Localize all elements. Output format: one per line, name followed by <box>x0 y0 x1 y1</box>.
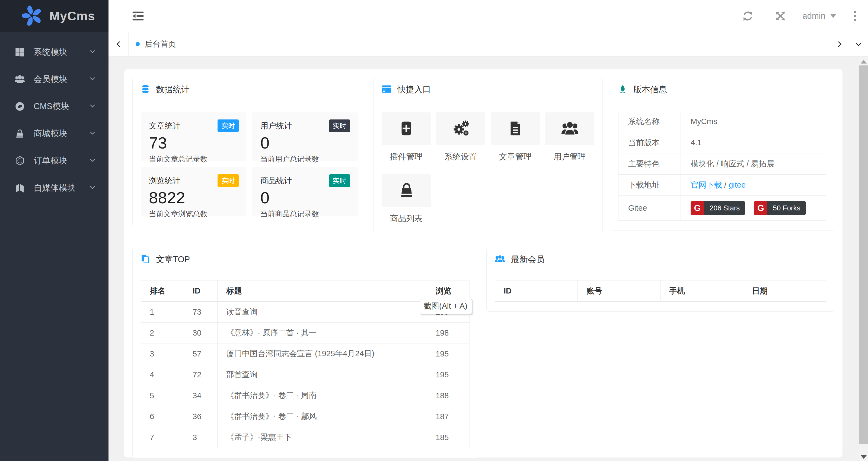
sidebar-item-orders[interactable]: 订单模块 <box>0 147 108 174</box>
gitee-link[interactable]: gitee <box>728 180 746 189</box>
sidebar-item-mall[interactable]: 商城模块 <box>0 120 108 147</box>
sidebar-item-members[interactable]: 会员模块 <box>0 66 108 93</box>
copy-file-icon <box>141 254 150 265</box>
hexagon-icon <box>13 156 26 166</box>
gitee-logo-icon: G <box>691 201 704 215</box>
cell-title: 厦门中国台湾同志会宣言 (1925年4月24日) <box>218 343 427 364</box>
link-separator: / <box>722 180 728 189</box>
table-row: 当前版本 4.1 <box>618 132 826 153</box>
top-articles-card: 文章TOP 排名 ID 标题 浏览 <box>132 248 478 458</box>
tab-label: 后台首页 <box>145 39 176 50</box>
app-logo: MyCms <box>0 0 108 32</box>
sidebar-item-system[interactable]: 系统模块 <box>0 38 108 66</box>
version-label: 主要特色 <box>618 153 681 175</box>
table-row: 下载地址 官网下载 / gitee <box>618 175 826 196</box>
quick-item-plugins[interactable]: 插件管理 <box>382 112 431 162</box>
cell-id: 3 <box>184 427 218 448</box>
chevron-down-icon <box>88 48 97 57</box>
gitee-logo-icon: G <box>754 201 767 215</box>
cell-views: 185 <box>427 427 470 448</box>
tabs-scroll-left-button[interactable] <box>108 32 129 56</box>
version-value: 模块化 / 响应式 / 易拓展 <box>681 153 826 175</box>
tab-home[interactable]: 后台首页 <box>129 32 183 56</box>
quick-item-label: 用户管理 <box>545 151 594 162</box>
scrollbar-down-arrow[interactable] <box>859 455 868 459</box>
cell-views: 195 <box>427 364 470 385</box>
realtime-badge: 实时 <box>329 119 350 132</box>
document-icon <box>507 120 524 138</box>
pinwheel-logo-icon <box>22 5 42 27</box>
quick-item-label: 系统设置 <box>436 151 485 162</box>
topbar: admin <box>108 0 868 32</box>
quick-item-articles[interactable]: 文章管理 <box>491 112 540 162</box>
gitee-forks-badge[interactable]: G 50 Forks <box>754 201 806 215</box>
col-rank: 排名 <box>141 281 184 301</box>
quick-item-label: 插件管理 <box>382 151 431 162</box>
table-row: Gitee G 206 Stars G 50 Forks <box>618 196 826 221</box>
main-area: admin 后台首页 <box>108 0 868 461</box>
sidebar-item-label: CMS模块 <box>34 101 88 112</box>
version-value: 4.1 <box>681 132 826 153</box>
version-table: 系统名称 MyCms 当前版本 4.1 主要特色 模块化 / 响应式 / 易拓展 <box>618 111 826 221</box>
version-label: 下载地址 <box>618 175 681 196</box>
cell-id: 72 <box>184 364 218 385</box>
active-tab-dot <box>135 42 140 46</box>
sidebar-item-cms[interactable]: CMS模块 <box>0 93 108 120</box>
users-icon <box>13 75 26 84</box>
stat-value: 0 <box>260 135 350 151</box>
sidebar-item-label: 会员模块 <box>34 74 88 85</box>
tabbar: 后台首页 <box>108 32 868 56</box>
user-menu[interactable]: admin <box>803 11 836 21</box>
table-row: 5 34 《群书治要》· 卷三 · 周南 188 <box>141 385 470 406</box>
tabbar-spacer <box>183 32 830 56</box>
cell-id: 73 <box>184 301 218 322</box>
table-header-row: ID 账号 手机 日期 <box>495 281 826 301</box>
scrollbar-thumb[interactable] <box>859 65 868 444</box>
screenshot-tooltip: 截图(Alt + A) <box>420 299 472 314</box>
latest-members-card: 最新会员 ID 账号 手机 日期 <box>486 248 834 312</box>
shopping-bag-icon <box>398 182 415 200</box>
tabs-scroll-right-button[interactable] <box>830 32 849 56</box>
realtime-badge: 实时 <box>218 174 239 187</box>
cell-rank: 7 <box>141 427 184 448</box>
col-phone: 手机 <box>660 281 743 301</box>
tabs-menu-button[interactable] <box>849 32 868 56</box>
table-row: 2 30 《意林》· 原序二首 · 其一 198 <box>141 322 470 343</box>
stat-caption: 当前用户总记录数 <box>260 154 350 164</box>
fullscreen-icon[interactable] <box>774 10 786 22</box>
version-label: Gitee <box>618 196 681 221</box>
gears-icon <box>452 120 469 138</box>
windows-grid-icon <box>13 47 26 57</box>
database-icon <box>141 84 150 95</box>
cell-title: 读音查询 <box>218 301 427 322</box>
card-title: 快捷入口 <box>397 84 431 95</box>
col-id: ID <box>495 281 578 301</box>
cell-views: 187 <box>427 406 470 427</box>
quick-item-settings[interactable]: 系统设置 <box>436 112 485 162</box>
realtime-badge: 实时 <box>329 174 350 187</box>
more-menu-icon[interactable] <box>854 11 856 21</box>
sidebar-nav: 系统模块 会员模块 <box>0 32 108 201</box>
cell-id: 57 <box>184 343 218 364</box>
stat-title: 文章统计 <box>149 120 180 132</box>
stat-box-views: 浏览统计 实时 8822 当前文章浏览总数 <box>141 167 246 216</box>
card-title: 版本信息 <box>633 84 667 95</box>
stat-title: 商品统计 <box>260 175 292 186</box>
quick-item-users[interactable]: 用户管理 <box>545 112 594 162</box>
stat-title: 用户统计 <box>260 120 292 132</box>
quick-item-goods[interactable]: 商品列表 <box>382 174 431 224</box>
collapse-menu-icon[interactable] <box>132 10 144 22</box>
refresh-icon[interactable] <box>742 10 754 22</box>
sidebar-item-media[interactable]: 自媒体模块 <box>0 174 108 201</box>
window-icon <box>382 84 392 95</box>
stat-value: 8822 <box>149 189 239 206</box>
version-label: 当前版本 <box>618 132 681 153</box>
realtime-badge: 实时 <box>218 119 239 132</box>
cell-rank: 4 <box>141 364 184 385</box>
shopping-bag-icon <box>13 129 26 139</box>
official-download-link[interactable]: 官网下载 <box>691 180 722 189</box>
vertical-scrollbar <box>859 57 868 461</box>
gitee-stars-badge[interactable]: G 206 Stars <box>691 201 745 215</box>
stat-title: 浏览统计 <box>149 175 180 186</box>
scrollbar-up-arrow[interactable] <box>859 60 868 63</box>
